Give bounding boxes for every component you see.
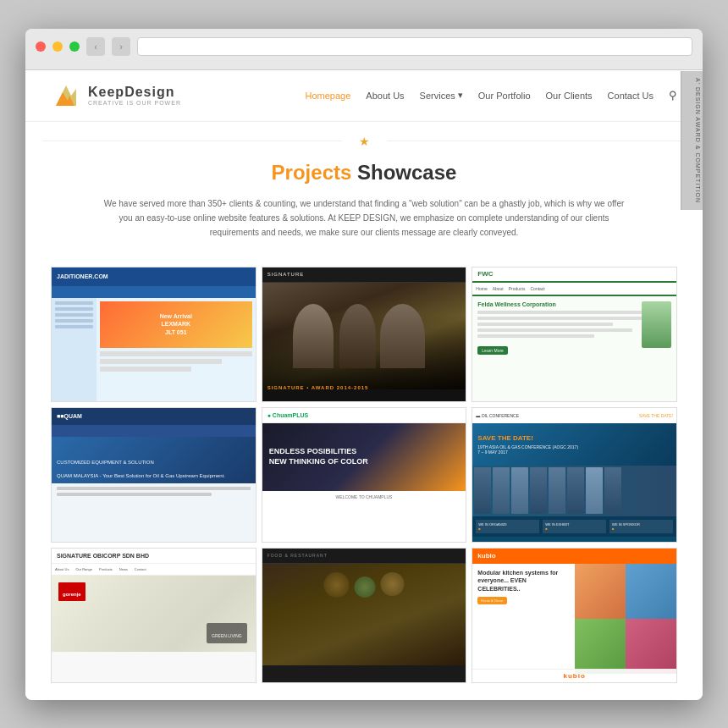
hero-title-rest: Showcase bbox=[351, 161, 456, 184]
nav-services[interactable]: Services ▾ bbox=[420, 90, 463, 101]
divider-area: ★ bbox=[25, 122, 703, 152]
divider-line-left bbox=[42, 141, 342, 141]
logo-icon bbox=[51, 80, 81, 111]
hero-section: Projects Showcase We have served more th… bbox=[25, 152, 703, 256]
project-item-3[interactable]: FWC HomeAboutProductsContact Felda Welln… bbox=[472, 267, 677, 402]
project-item-2[interactable]: SIGNATURE SIGNATURE • AWARD 2014-2015 bbox=[262, 267, 467, 402]
website-content: KeepDesign CREATIVE IS OUR POWER Homepag… bbox=[25, 70, 703, 700]
nav-about[interactable]: About Us bbox=[366, 91, 404, 101]
search-icon[interactable]: ⚲ bbox=[669, 89, 677, 102]
nav-links: Homepage About Us Services ▾ Our Portfol… bbox=[306, 89, 677, 102]
project-item-8[interactable]: FOOD & RESTAURANT WELCOME TO FOOD RESTAU… bbox=[262, 548, 467, 683]
award-badge: A' DESIGN AWARD & COMPETITION bbox=[681, 71, 703, 210]
browser-window: ‹ › A' DESIGN AWARD & COMPETITION KeepDe… bbox=[25, 29, 703, 700]
nav-portfolio[interactable]: Our Portfolio bbox=[478, 91, 531, 101]
nav-contact[interactable]: Contact Us bbox=[608, 91, 654, 101]
hero-title-colored: Projects bbox=[272, 161, 352, 184]
nav-clients[interactable]: Our Clients bbox=[546, 91, 593, 101]
back-button[interactable]: ‹ bbox=[86, 37, 105, 56]
logo-text: KeepDesign CREATIVE IS OUR POWER bbox=[88, 85, 181, 106]
nav-homepage[interactable]: Homepage bbox=[306, 91, 351, 101]
divider-line-right bbox=[387, 141, 687, 141]
hero-description: We have served more than 350+ clients & … bbox=[102, 196, 626, 240]
minimize-button[interactable] bbox=[52, 41, 63, 52]
project-item-1[interactable]: JADITIONER.COM New ArrivalLEXMARK bbox=[51, 267, 256, 402]
project-item-6[interactable]: ▬ OIL CONFERENCE SAVE THE DATE! SAVE THE… bbox=[472, 407, 677, 543]
forward-button[interactable]: › bbox=[112, 37, 130, 56]
logo-name: KeepDesign bbox=[88, 85, 181, 100]
hero-title: Projects Showcase bbox=[59, 161, 669, 185]
project-item-4[interactable]: ■■QUAM CUSTOMIZED EQUIPMENT & SOLUTIONQU… bbox=[51, 407, 256, 543]
project-grid: JADITIONER.COM New ArrivalLEXMARK bbox=[25, 256, 703, 700]
star-icon: ★ bbox=[359, 135, 370, 148]
project-item-9[interactable]: kubio Modular kitchen systems for everyo… bbox=[472, 548, 677, 683]
nav-bar: KeepDesign CREATIVE IS OUR POWER Homepag… bbox=[25, 70, 703, 122]
project-item-7[interactable]: SIGNATURE OBICORP SDN BHD About Us Our R… bbox=[51, 548, 256, 683]
logo-area: KeepDesign CREATIVE IS OUR POWER bbox=[51, 80, 181, 111]
address-bar[interactable] bbox=[137, 37, 692, 56]
project-item-5[interactable]: ● ChuamPLUS ENDLESS POSIBILITIESNEW THIN… bbox=[262, 407, 467, 543]
browser-controls: ‹ › bbox=[36, 37, 692, 56]
chevron-down-icon: ▾ bbox=[458, 90, 463, 101]
close-button[interactable] bbox=[36, 41, 46, 52]
logo-tagline: CREATIVE IS OUR POWER bbox=[88, 100, 181, 106]
maximize-button[interactable] bbox=[69, 41, 80, 52]
browser-chrome: ‹ › bbox=[25, 29, 703, 70]
